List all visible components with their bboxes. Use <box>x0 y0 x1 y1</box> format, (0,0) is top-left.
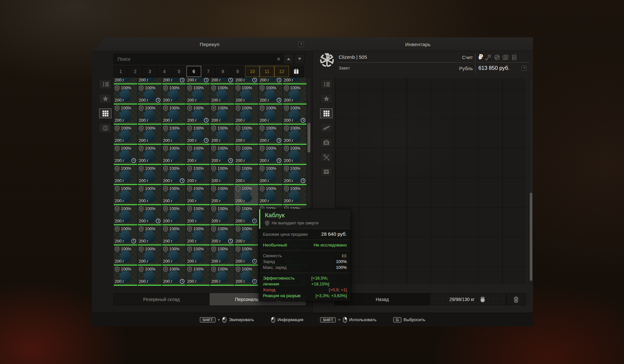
page-tab-3[interactable]: 3 <box>143 66 157 77</box>
trade-item-cell[interactable]: 100%200 г <box>283 145 307 165</box>
filter-medkit-button[interactable] <box>320 138 332 147</box>
trade-item-cell[interactable]: 100%200 г <box>113 78 137 84</box>
trade-item-cell[interactable]: 100%200 г <box>258 105 282 125</box>
filter-star-button[interactable] <box>320 94 332 104</box>
trade-item-cell[interactable]: 100%200 г <box>113 245 137 266</box>
page-tab-4[interactable]: 4 <box>157 66 172 77</box>
trade-item-cell[interactable]: 100%200 г <box>113 125 137 145</box>
filter-grid-button[interactable] <box>99 108 111 118</box>
trade-item-cell[interactable]: 100%200 г <box>234 165 258 185</box>
trade-item-cell[interactable]: 100%200 г <box>162 185 186 205</box>
filter-sort-button[interactable] <box>320 79 332 89</box>
page-up-button[interactable] <box>283 54 293 64</box>
page-tab-9[interactable]: 9 <box>230 66 245 77</box>
inventory-scrollbar-thumb[interactable] <box>530 193 532 281</box>
trade-item-cell[interactable]: 100%200 г <box>186 185 210 205</box>
page-down-button[interactable] <box>294 54 305 64</box>
page-tab-5[interactable]: 5 <box>172 66 187 77</box>
trade-item-cell[interactable]: 100%200 г <box>137 125 162 145</box>
trade-item-cell[interactable]: 100%200 г <box>113 185 137 205</box>
trade-item-cell[interactable]: 100%200 г <box>234 225 258 245</box>
trade-item-cell[interactable]: 100%200 г <box>137 105 162 125</box>
trade-item-cell[interactable]: 100%200 г <box>113 205 137 225</box>
trade-item-cell[interactable]: 100%200 г <box>162 205 186 225</box>
trade-item-cell[interactable]: 100%200 г <box>283 84 307 105</box>
trade-item-cell[interactable]: 100%200 г <box>234 245 258 266</box>
trade-item-cell[interactable]: 100%200 г <box>258 165 282 185</box>
trade-item-cell[interactable]: 100%200 г <box>186 245 210 266</box>
trade-item-cell[interactable]: 100%200 г <box>210 205 234 225</box>
page-tab-8[interactable]: 8 <box>216 66 230 77</box>
trade-item-cell[interactable]: 100%200 г <box>234 145 258 165</box>
trade-item-cell[interactable]: 100%200 г <box>162 165 186 185</box>
trade-item-cell[interactable]: 100%200 г <box>162 105 186 125</box>
trade-item-cell[interactable]: 100%200 г <box>258 145 282 165</box>
trade-item-cell[interactable]: 100%200 г <box>186 145 210 165</box>
trade-item-cell[interactable]: 100%200 г <box>137 165 162 185</box>
trade-item-cell[interactable]: 100%200 г <box>234 185 258 205</box>
trade-item-cell[interactable]: 100%200 г <box>283 78 307 84</box>
trade-item-cell[interactable]: 100%200 г <box>283 105 307 125</box>
trade-item-cell[interactable]: 100%200 г <box>283 185 307 205</box>
trade-item-cell[interactable]: 100%200 г <box>186 125 210 145</box>
trade-item-cell[interactable]: 100%200 г <box>258 78 282 84</box>
page-tab-7[interactable]: 7 <box>201 66 216 77</box>
trade-item-cell[interactable]: 100%200 г <box>210 105 234 125</box>
trade-item-cell[interactable]: 100%200 г <box>210 266 234 286</box>
page-tab-12[interactable]: 12 <box>274 66 289 77</box>
sc-ticket-icon[interactable]: SC <box>511 54 517 60</box>
balance-help-button[interactable]: ? <box>522 66 527 71</box>
trade-item-cell[interactable]: 100%200 г <box>210 225 234 245</box>
trade-item-cell[interactable]: 100%200 г <box>113 145 137 165</box>
trade-item-cell[interactable]: 100%200 г <box>186 78 210 84</box>
trade-item-cell[interactable]: 100%200 г <box>137 205 162 225</box>
trade-item-cell[interactable]: 100%200 г <box>113 225 137 245</box>
trade-item-cell[interactable]: 100%200 г <box>162 125 186 145</box>
trade-item-cell[interactable]: 100%200 г <box>234 205 258 225</box>
page-tab-10[interactable]: 10 <box>245 66 260 77</box>
page-tab-11[interactable]: 11 <box>260 66 274 77</box>
trade-item-cell[interactable]: 100%200 г <box>162 84 186 105</box>
gift-tab-button[interactable] <box>289 66 304 77</box>
trade-item-cell[interactable]: 100%200 г <box>113 165 137 185</box>
filter-rifle-button[interactable] <box>320 123 332 133</box>
search-clear-button[interactable]: ✕ <box>274 54 283 64</box>
filter-tools-button[interactable] <box>320 152 332 162</box>
filter-crate-button[interactable] <box>320 167 332 177</box>
trade-item-cell[interactable]: 100%200 г <box>162 78 186 84</box>
inventory-scrollbar[interactable] <box>529 78 533 284</box>
trade-item-cell[interactable]: 100%200 г <box>137 78 162 84</box>
search-input[interactable] <box>113 54 274 64</box>
filter-star-button[interactable] <box>99 94 111 104</box>
trade-item-cell[interactable]: 100%200 г <box>162 225 186 245</box>
page-tab-1[interactable]: 1 <box>113 66 128 77</box>
notes-icon[interactable] <box>502 54 509 60</box>
trade-item-cell[interactable]: 100%200 г <box>137 84 162 105</box>
trade-item-cell[interactable]: 100%200 г <box>234 105 258 125</box>
trade-item-cell[interactable]: 100%200 г <box>210 78 234 84</box>
trade-item-cell[interactable]: 100%200 г <box>210 185 234 205</box>
trade-item-cell[interactable]: 100%200 г <box>283 125 307 145</box>
gear-wrench-icon[interactable] <box>485 54 492 60</box>
trader-scrollbar-thumb[interactable] <box>307 123 310 152</box>
filter-grid-button[interactable] <box>320 108 332 118</box>
filter-sphere-button[interactable] <box>99 123 111 133</box>
trade-item-cell[interactable]: 100%200 г <box>162 245 186 266</box>
discard-button[interactable] <box>506 293 526 305</box>
trade-item-cell[interactable]: 100%200 г <box>210 165 234 185</box>
trade-item-cell[interactable]: 100%200 г <box>113 266 137 286</box>
trader-help-button[interactable]: ? <box>298 42 304 47</box>
trade-item-cell[interactable]: 100%200 г <box>186 225 210 245</box>
trade-item-cell[interactable]: 100%200 г <box>113 105 137 125</box>
trade-item-cell[interactable]: 100%200 г <box>258 84 282 105</box>
trade-item-cell[interactable]: 100%200 г <box>234 84 258 105</box>
trade-item-cell[interactable]: 100%200 г <box>210 125 234 145</box>
trade-item-cell[interactable]: 100%200 г <box>137 185 162 205</box>
trade-item-cell[interactable]: 100%200 г <box>234 78 258 84</box>
trade-item-cell[interactable]: 100%200 г <box>210 84 234 105</box>
trade-item-cell[interactable]: 100%200 г <box>186 105 210 125</box>
trade-item-cell[interactable]: 100%200 г <box>283 165 307 185</box>
trade-item-cell[interactable]: 100%200 г <box>234 125 258 145</box>
trade-item-cell[interactable]: 100%200 г <box>210 145 234 165</box>
trade-item-cell[interactable]: 100%200 г <box>186 205 210 225</box>
